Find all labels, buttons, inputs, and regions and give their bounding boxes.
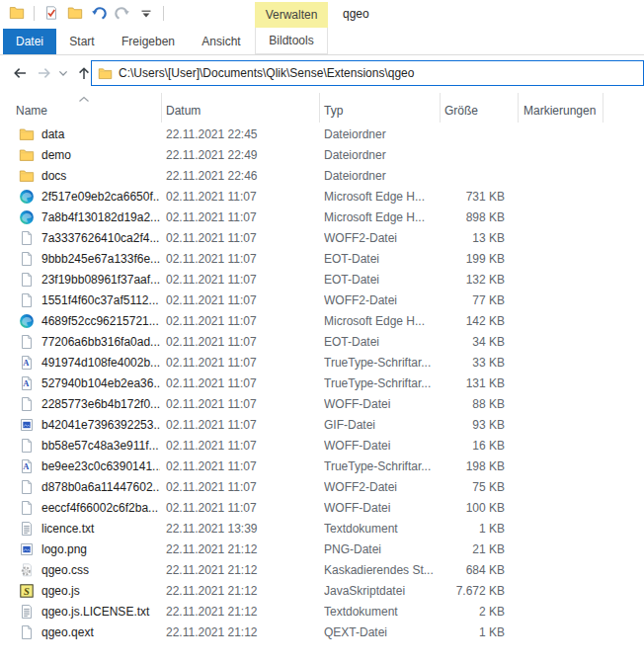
contextual-tab-group: Verwalten	[255, 2, 328, 28]
file-type: Textdokument	[324, 519, 439, 540]
new-folder-icon[interactable]	[66, 4, 84, 22]
file-tags	[523, 311, 603, 332]
file-row[interactable]: eeccf4f66002c6f2ba... 02.11.2021 11:07 W…	[0, 498, 644, 519]
file-size: 88 KB	[442, 394, 505, 415]
file-tags	[523, 228, 603, 249]
back-icon[interactable]	[10, 63, 30, 83]
file-row[interactable]: 77206a6bb316fa0ad... 02.11.2021 11:07 EO…	[0, 332, 644, 353]
file-tags	[523, 394, 603, 415]
redo-icon[interactable]	[114, 4, 131, 22]
tab-freigeben[interactable]: Freigeben	[121, 29, 175, 54]
file-row[interactable]: A be9ee23c0c6390141... 02.11.2021 11:07 …	[0, 456, 644, 477]
folder-icon	[19, 126, 35, 142]
file-row[interactable]: 9bbb245e67a133f6e... 02.11.2021 11:07 EO…	[0, 249, 644, 270]
file-row[interactable]: licence.txt 22.11.2021 13:39 Textdokumen…	[0, 519, 644, 540]
file-name: 77206a6bb316fa0ad...	[41, 332, 160, 353]
file-size: 13 KB	[442, 228, 505, 249]
file-type: TrueType-Schriftar...	[324, 353, 439, 374]
file-row[interactable]: 7a8b4f130182d19a2... 02.11.2021 11:07 Mi…	[0, 208, 644, 228]
tab-ansicht[interactable]: Ansicht	[201, 29, 240, 54]
truetype-icon: A	[19, 458, 35, 474]
file-size	[442, 145, 505, 166]
edge-icon	[19, 189, 35, 205]
properties-icon[interactable]	[42, 4, 60, 22]
file-type: TrueType-Schriftar...	[324, 374, 439, 394]
address-path: C:\Users\[User]\Documents\Qlik\Sense\Ext…	[119, 66, 414, 80]
file-size: 34 KB	[442, 332, 505, 353]
column-header-typ[interactable]: Typ	[320, 93, 441, 123]
file-name: qgeo.js.LICENSE.txt	[41, 602, 160, 622]
file-row[interactable]: 4689f52cc96215721... 02.11.2021 11:07 Mi…	[0, 311, 644, 332]
file-type: JavaSkriptdatei	[324, 581, 439, 602]
file-row[interactable]: 23f19bb08961f37aaf... 02.11.2021 11:07 E…	[0, 270, 644, 290]
file-row[interactable]: d878b0a6a11447602... 02.11.2021 11:07 WO…	[0, 477, 644, 498]
file-tags	[523, 124, 603, 145]
file-tags	[523, 249, 603, 270]
file-row[interactable]: 7a3337626410ca2f4... 02.11.2021 11:07 WO…	[0, 228, 644, 249]
customize-quick-access-icon[interactable]	[137, 4, 155, 22]
file-row[interactable]: demo 22.11.2021 22:49 Dateiordner	[0, 145, 644, 166]
file-row[interactable]: docs 22.11.2021 22:46 Dateiordner	[0, 166, 644, 187]
file-list: data 22.11.2021 22:45 Dateiordner demo 2…	[0, 124, 644, 664]
file-type: QEXT-Datei	[324, 622, 439, 643]
file-type: Textdokument	[324, 602, 439, 622]
file-size: 93 KB	[442, 415, 505, 436]
tab-start[interactable]: Start	[69, 29, 94, 54]
file-date: 22.11.2021 13:39	[166, 519, 316, 540]
file-type: WOFF2-Datei	[324, 228, 439, 249]
window-title: qgeo	[343, 0, 369, 28]
file-type: WOFF-Datei	[324, 394, 439, 415]
file-row[interactable]: logo.png 22.11.2021 21:12 PNG-Datei 21 K…	[0, 540, 644, 560]
file-type: WOFF2-Datei	[324, 477, 439, 498]
file-tags	[523, 560, 603, 581]
folder-icon	[19, 168, 35, 184]
file-name: 7a8b4f130182d19a2...	[41, 208, 160, 228]
file-tags	[523, 415, 603, 436]
truetype-icon: A	[19, 355, 35, 371]
file-size: 1 KB	[442, 622, 505, 643]
file-name: d878b0a6a11447602...	[41, 477, 160, 498]
file-row[interactable]: qgeo.js.LICENSE.txt 22.11.2021 21:12 Tex…	[0, 602, 644, 622]
file-icon	[19, 624, 35, 640]
column-header-name[interactable]: Name	[0, 93, 162, 123]
forward-icon[interactable]	[35, 63, 54, 83]
file-size: 77 KB	[442, 290, 505, 311]
file-row[interactable]: qgeo.css 22.11.2021 21:12 Kaskadierendes…	[0, 560, 644, 581]
file-type: TrueType-Schriftar...	[324, 456, 439, 477]
file-date: 02.11.2021 11:07	[166, 415, 316, 436]
file-row[interactable]: b42041e7396392253... 02.11.2021 11:07 GI…	[0, 415, 644, 436]
file-row[interactable]: 1551f4f60c37af5112... 02.11.2021 11:07 W…	[0, 290, 644, 311]
css-icon	[19, 562, 35, 578]
file-date: 02.11.2021 11:07	[166, 187, 316, 208]
file-tags	[523, 540, 603, 560]
file-row[interactable]: A 491974d108fe4002b... 02.11.2021 11:07 …	[0, 353, 644, 374]
file-icon	[19, 251, 35, 267]
tab-datei[interactable]: Datei	[3, 29, 56, 54]
tab-bildtools[interactable]: Bildtools	[255, 28, 328, 54]
file-type: WOFF-Datei	[324, 498, 439, 519]
undo-icon[interactable]	[90, 4, 108, 22]
text-icon	[19, 521, 35, 537]
file-row[interactable]: 2f517e09eb2ca6650f... 02.11.2021 11:07 M…	[0, 187, 644, 208]
file-row[interactable]: bb58e57c48a3e911f... 02.11.2021 11:07 WO…	[0, 436, 644, 456]
file-row[interactable]: qgeo.qext 22.11.2021 21:12 QEXT-Datei 1 …	[0, 622, 644, 643]
file-date: 22.11.2021 22:45	[166, 124, 316, 145]
file-icon	[19, 438, 35, 454]
column-header-groesse[interactable]: Größe	[441, 93, 519, 123]
js-icon: S	[19, 583, 35, 599]
explorer-folder-icon[interactable]	[8, 4, 26, 22]
file-row[interactable]: data 22.11.2021 22:45 Dateiordner	[0, 124, 644, 145]
column-header-markierungen[interactable]: Markierungen	[519, 93, 604, 123]
recent-locations-icon[interactable]	[57, 63, 69, 83]
file-date: 02.11.2021 11:07	[166, 374, 316, 394]
file-tags	[523, 581, 603, 602]
file-row[interactable]: 2285773e6b4b172f0... 02.11.2021 11:07 WO…	[0, 394, 644, 415]
column-header-datum[interactable]: Datum	[162, 93, 320, 123]
file-size: 2 KB	[442, 602, 505, 622]
address-bar[interactable]: C:\Users\[User]\Documents\Qlik\Sense\Ext…	[91, 60, 644, 86]
file-tags	[523, 602, 603, 622]
file-row[interactable]: S qgeo.js 22.11.2021 21:12 JavaSkriptdat…	[0, 581, 644, 602]
file-row[interactable]: A 527940b104eb2ea36... 02.11.2021 11:07 …	[0, 374, 644, 394]
file-icon	[19, 334, 35, 350]
file-tags	[523, 353, 603, 374]
